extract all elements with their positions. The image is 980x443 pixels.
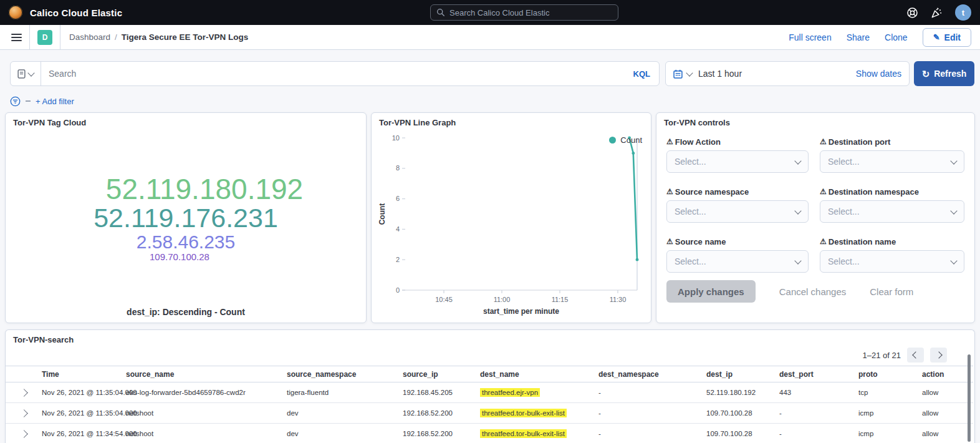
select-flow-action[interactable]: Select...	[666, 150, 809, 173]
select-destination-namespace[interactable]: Select...	[820, 200, 964, 223]
kibana-dashboard: Calico Cloud Elastic Search Calico Cloud…	[0, 0, 980, 443]
full-screen-button[interactable]: Full screen	[789, 32, 831, 42]
warning-icon: ⚠	[820, 138, 827, 145]
select-destination-name[interactable]: Select...	[820, 250, 964, 273]
highlighted-value: threatfeed.ejr-vpn	[480, 388, 540, 397]
chevron-down-icon	[794, 157, 801, 164]
cell-dest_ip: 52.119.180.192	[701, 389, 774, 396]
select-source-name[interactable]: Select...	[666, 250, 809, 273]
cell-source_name: eks-log-forwarder-5bd4659786-cwd2r	[121, 389, 282, 396]
table-row: Nov 26, 2021 @ 11:35:04.000netshootdev19…	[6, 403, 973, 424]
query-input[interactable]: Search KQL	[10, 61, 660, 86]
legend-item-count[interactable]: Count	[609, 135, 642, 145]
control-field: ⚠Flow ActionSelect...	[666, 137, 809, 173]
apply-changes-button[interactable]: Apply changes	[666, 280, 756, 303]
cell-dest_port: -	[774, 409, 853, 417]
share-button[interactable]: Share	[847, 32, 870, 42]
whats-new-icon[interactable]	[931, 7, 943, 19]
panel-title: Tor-VPN controls	[664, 118, 730, 127]
clone-button[interactable]: Clone	[885, 32, 908, 42]
column-header-dest_namespace[interactable]: dest_namespace	[593, 370, 701, 379]
expand-row-cell	[6, 411, 37, 416]
select-destination-port[interactable]: Select...	[820, 150, 964, 173]
global-header: Calico Cloud Elastic Search Calico Cloud…	[0, 0, 980, 25]
controls-form: ⚠Flow ActionSelect...⚠Destination portSe…	[666, 137, 964, 273]
line-graph-panel: Tor-VPN Line Graph 024681010:4511:0011:1…	[371, 112, 651, 323]
tag-cloud-tag[interactable]: 109.70.100.28	[150, 252, 209, 262]
control-field: ⚠Destination namespaceSelect...	[820, 187, 964, 223]
table-row: Nov 26, 2021 @ 11:35:04.000eks-log-forwa…	[6, 382, 973, 403]
select-placeholder: Select...	[828, 207, 860, 217]
saved-query-menu-button[interactable]	[11, 62, 41, 85]
filter-icon[interactable]	[10, 96, 21, 107]
next-page-button[interactable]	[930, 348, 947, 363]
cell-action: allow	[917, 430, 973, 437]
svg-text:8: 8	[396, 164, 400, 172]
column-header-dest_ip[interactable]: dest_ip	[701, 370, 774, 379]
user-avatar[interactable]: t	[955, 4, 971, 21]
cell-time: Nov 26, 2021 @ 11:35:04.000	[37, 409, 121, 417]
svg-text:11:30: 11:30	[610, 296, 627, 303]
cell-action: allow	[917, 389, 973, 396]
cell-dest_port: 443	[774, 389, 853, 396]
expand-row-icon[interactable]	[20, 409, 28, 417]
chevron-down-icon	[950, 157, 957, 164]
app-title: Calico Cloud Elastic	[30, 7, 122, 18]
column-header-dest_name[interactable]: dest_name	[475, 370, 593, 379]
chevron-down-icon	[794, 257, 801, 264]
nav-bar: D Dashboard / Tigera Secure EE Tor-VPN L…	[0, 25, 980, 50]
cancel-changes-button[interactable]: Cancel changes	[779, 286, 847, 297]
kql-toggle[interactable]: KQL	[633, 69, 650, 79]
cell-dest_port: -	[774, 430, 853, 437]
control-field-label: ⚠Destination namespace	[820, 187, 964, 197]
divider	[26, 100, 31, 102]
select-placeholder: Select...	[828, 256, 860, 266]
cell-source_namespace: dev	[282, 430, 398, 437]
line-chart: 024681010:4511:0011:1511:30Countstart_ti…	[377, 130, 647, 319]
select-placeholder: Select...	[675, 157, 706, 167]
cell-time: Nov 26, 2021 @ 11:35:04.000	[37, 389, 121, 396]
calendar-icon	[673, 69, 683, 79]
tag-cloud-tag[interactable]: 52.119.176.231	[94, 204, 278, 232]
table-header-row: Timesource_namesource_namespacesource_ip…	[6, 366, 973, 382]
control-field: ⚠Destination nameSelect...	[820, 236, 964, 273]
menu-icon[interactable]	[11, 34, 22, 41]
show-dates-button[interactable]: Show dates	[856, 69, 901, 79]
column-header-dest_port[interactable]: dest_port	[774, 370, 853, 379]
tag-cloud-tag[interactable]: 2.58.46.235	[137, 232, 235, 252]
time-range-value: Last 1 hour	[698, 69, 742, 79]
column-header-source_name[interactable]: source_name	[121, 370, 282, 379]
column-header-proto[interactable]: proto	[853, 370, 917, 379]
clear-form-button[interactable]: Clear form	[870, 286, 913, 297]
chevron-down-icon	[794, 207, 801, 214]
tag-cloud-caption: dest_ip: Descending - Count	[6, 307, 366, 317]
refresh-button[interactable]: ↻ Refresh	[914, 61, 974, 86]
select-source-namespace[interactable]: Select...	[666, 200, 809, 223]
global-search-input[interactable]: Search Calico Cloud Elastic	[430, 4, 618, 21]
add-filter-button[interactable]: + Add filter	[36, 97, 74, 106]
dashboard-app-badge[interactable]: D	[37, 30, 52, 45]
cell-source_ip: 192.168.52.200	[398, 409, 475, 417]
previous-page-button[interactable]	[907, 348, 924, 363]
cell-dest_ip: 109.70.100.28	[701, 409, 774, 417]
panel-title: Tor-VPN-search	[13, 335, 74, 344]
column-header-source_namespace[interactable]: source_namespace	[282, 370, 398, 379]
expand-row-icon[interactable]	[20, 389, 28, 397]
edit-button[interactable]: ✎ Edit	[923, 28, 971, 47]
breadcrumb-dashboard[interactable]: Dashboard	[69, 32, 110, 42]
tag-cloud-tag[interactable]: 52.119.180.192	[106, 174, 303, 204]
control-field-label: ⚠Destination port	[820, 137, 964, 147]
column-header-action[interactable]: action	[917, 370, 973, 379]
table-scrollbar[interactable]	[968, 354, 971, 442]
time-range-picker[interactable]: Last 1 hour Show dates	[665, 61, 910, 86]
column-header-time[interactable]: Time	[37, 370, 121, 379]
divider	[60, 25, 60, 49]
chevron-down-icon	[686, 69, 693, 76]
expand-row-icon[interactable]	[20, 430, 28, 438]
cell-dest_namespace: -	[593, 409, 701, 417]
cell-source_name: netshoot	[121, 430, 282, 437]
help-icon[interactable]	[906, 7, 918, 19]
search-table-panel: Tor-VPN-search 1–21 of 21 Timesource_nam…	[5, 329, 975, 443]
cell-dest_namespace: -	[593, 389, 701, 396]
column-header-source_ip[interactable]: source_ip	[398, 370, 475, 379]
